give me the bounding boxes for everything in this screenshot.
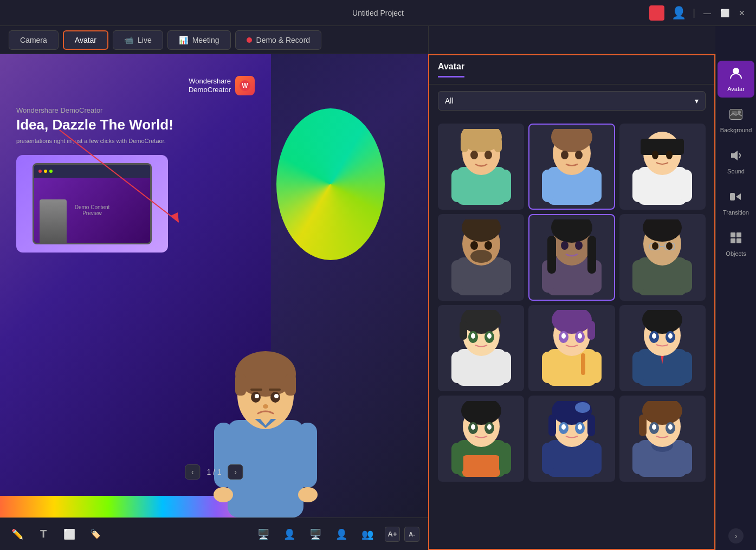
avatar-card-9[interactable] — [619, 305, 706, 391]
avatar-card-10[interactable] — [438, 396, 524, 482]
avatar-card-3[interactable] — [619, 124, 706, 210]
prev-page-button[interactable]: ‹ — [185, 464, 200, 480]
stamp-tool[interactable]: 🏷️ — [87, 526, 104, 543]
draw-tool[interactable]: ✏️ — [9, 526, 26, 543]
avatar-tool[interactable]: 👤 — [281, 526, 298, 543]
close-button[interactable]: ✕ — [736, 8, 747, 18]
svg-point-88 — [471, 333, 475, 339]
svg-point-101 — [578, 333, 582, 339]
chevron-right-icon[interactable]: › — [728, 528, 744, 543]
meeting-icon: 📊 — [179, 36, 188, 44]
sidebar-sound-label: Sound — [727, 168, 745, 174]
sidebar: Avatar Background Sound — [715, 54, 756, 550]
minimize-button[interactable]: — — [702, 8, 713, 18]
svg-rect-116 — [499, 443, 511, 474]
svg-rect-138 — [632, 443, 644, 474]
svg-rect-69 — [632, 260, 644, 293]
svg-point-39 — [575, 151, 583, 159]
svg-rect-81 — [499, 352, 511, 383]
text-size-controls: A+ A- — [385, 527, 419, 542]
svg-rect-114 — [462, 455, 500, 477]
svg-rect-85 — [460, 321, 467, 340]
svg-rect-92 — [590, 352, 602, 383]
svg-point-38 — [561, 151, 568, 159]
text-tool[interactable]: T — [35, 526, 52, 543]
tab-meeting[interactable]: 📊 Meeting — [167, 30, 231, 50]
svg-rect-125 — [542, 443, 554, 474]
svg-rect-131 — [548, 415, 556, 436]
objects-icon — [729, 231, 743, 248]
chevron-down-icon: ▾ — [695, 96, 699, 105]
left-tools: ✏️ T ⬜ 🏷️ — [9, 526, 104, 543]
group-tool[interactable]: 👥 — [359, 526, 376, 543]
user-icon[interactable]: 👤 — [671, 5, 686, 21]
svg-point-18 — [263, 404, 268, 409]
avatar-card-6[interactable] — [619, 214, 706, 300]
svg-rect-91 — [542, 352, 554, 383]
slide-headline: Idea, Dazzle The World! — [16, 117, 255, 133]
shape-tool[interactable]: ⬜ — [61, 526, 78, 543]
background-orb — [276, 108, 385, 260]
sidebar-item-sound[interactable]: Sound — [718, 143, 754, 180]
avatar-card-1[interactable] — [438, 124, 524, 210]
avatar-card-4[interactable] — [438, 214, 524, 300]
svg-point-48 — [666, 151, 673, 159]
tab-demo[interactable]: Demo & Record — [235, 30, 322, 50]
mockup-inner: Demo ContentPreview — [16, 155, 168, 253]
avatar-card-5[interactable] — [528, 214, 615, 300]
sidebar-objects-label: Objects — [726, 250, 746, 257]
filter-dropdown[interactable]: All ▾ — [438, 91, 706, 111]
sidebar-background-label: Background — [720, 127, 752, 133]
sidebar-scroll-down[interactable]: › — [728, 528, 744, 543]
svg-marker-154 — [731, 151, 738, 160]
preview-nav: ‹ 1 / 1 › — [185, 464, 243, 480]
sidebar-item-avatar[interactable]: Avatar — [718, 61, 754, 98]
maximize-button[interactable]: ⬜ — [719, 8, 730, 18]
avatar-card-8[interactable] — [528, 305, 615, 391]
avatar-card-12[interactable] — [619, 396, 706, 482]
sound-icon — [729, 148, 743, 166]
text-size-up-button[interactable]: A+ — [385, 527, 400, 542]
user-tool[interactable]: 👤 — [333, 526, 350, 543]
brand-logo: W — [235, 76, 255, 95]
tab-avatar[interactable]: Avatar — [63, 30, 108, 50]
svg-rect-155 — [730, 193, 735, 200]
svg-rect-115 — [451, 443, 463, 474]
avatar-card-7[interactable] — [438, 305, 524, 391]
svg-point-112 — [668, 333, 673, 339]
text-size-down-button[interactable]: A- — [404, 527, 419, 542]
svg-point-89 — [487, 333, 492, 339]
live-label: Live — [138, 36, 152, 44]
avatar-icon — [729, 66, 743, 83]
svg-rect-93 — [581, 353, 585, 375]
sidebar-item-transition[interactable]: Transition — [718, 184, 754, 221]
camera-view-tool[interactable]: 🖥️ — [255, 526, 272, 543]
svg-point-100 — [561, 333, 566, 339]
next-page-button[interactable]: › — [228, 464, 243, 480]
record-button[interactable] — [649, 5, 664, 21]
app-title: Untitled Project — [352, 9, 404, 17]
svg-point-47 — [652, 151, 658, 159]
svg-rect-103 — [632, 352, 644, 383]
avatar-label: Avatar — [75, 36, 96, 44]
demo-label: Demo & Record — [256, 36, 311, 44]
screen-tool[interactable]: 🖥️ — [307, 526, 324, 543]
svg-rect-29 — [494, 137, 502, 152]
avatar-card-2[interactable] — [528, 124, 615, 210]
main-layout: WondershareDemoCreator W Wondershare Dem… — [0, 54, 756, 550]
meeting-label: Meeting — [192, 36, 219, 44]
svg-point-55 — [470, 250, 492, 263]
tab-live[interactable]: 📹 Live — [113, 30, 163, 50]
sidebar-transition-label: Transition — [723, 209, 749, 216]
page-indicator: 1 / 1 — [206, 468, 221, 476]
brand-name: WondershareDemoCreator — [189, 77, 231, 94]
sidebar-item-background[interactable]: Background — [718, 102, 754, 139]
sidebar-item-objects[interactable]: Objects — [718, 225, 754, 262]
svg-rect-50 — [451, 260, 463, 293]
svg-rect-41 — [632, 170, 644, 202]
svg-point-20 — [214, 487, 233, 502]
avatar-card-11[interactable] — [528, 396, 615, 482]
svg-rect-139 — [680, 443, 692, 474]
tab-camera[interactable]: Camera — [9, 30, 59, 50]
svg-point-15 — [274, 394, 279, 398]
